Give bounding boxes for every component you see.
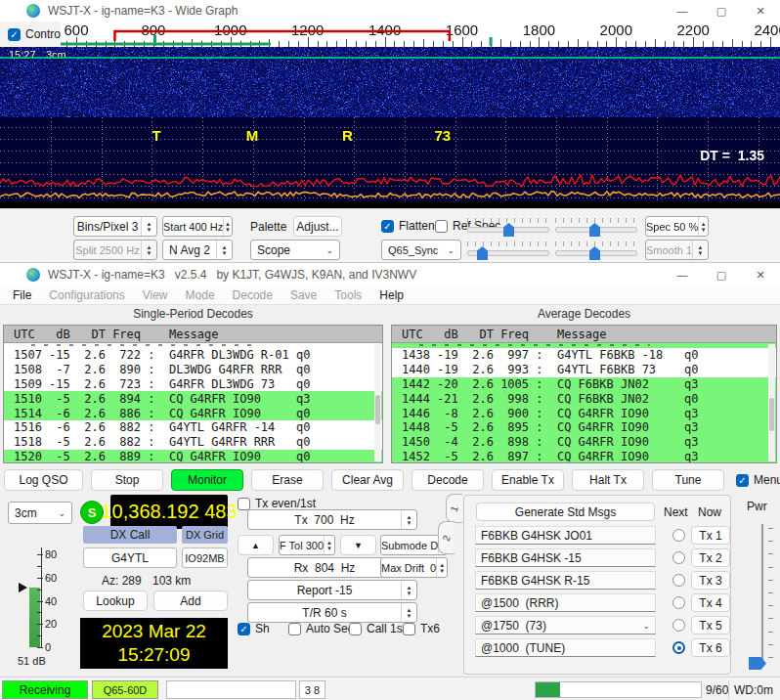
decode-row[interactable]: 1442 -20 2.6 1005 : CQ F6BKB JN02 q3 (392, 377, 776, 392)
next-radio-4[interactable] (672, 596, 685, 609)
sh-checkbox-box[interactable] (238, 623, 250, 635)
decode-row[interactable]: 1450 -4 2.6 898 : CQ G4RFR IO90 q3 (392, 435, 776, 450)
adjust-button[interactable]: Adjust... (293, 216, 342, 237)
spectrum-zero-slider[interactable] (555, 240, 637, 261)
next-radio-5[interactable] (672, 619, 685, 632)
tab-messages-2[interactable]: 2 (438, 521, 455, 554)
s-meter-indicator[interactable]: S (80, 501, 104, 524)
auto-seq-checkbox[interactable]: Auto Seq (288, 622, 354, 635)
n-avg-spinbox[interactable]: N Avg 2 ▲▼ (162, 240, 233, 260)
spectrum-gain-slider[interactable] (467, 240, 549, 261)
sh-checkbox[interactable]: Sh (238, 622, 270, 635)
tab-messages-1[interactable]: 1 (446, 494, 462, 523)
decode-row[interactable]: 1444 -21 2.6 998 : CQ F6BKB JN02 q0 (392, 391, 776, 406)
menu-configurations[interactable]: Configurations (40, 288, 133, 302)
decode-row[interactable]: 1516 -6 2.6 882 : G4YTL G4RFR -14 q0 (4, 420, 382, 435)
flatten-checkbox[interactable]: Flatten (381, 219, 435, 233)
average-decodes-table[interactable]: UTC dB DT Freq Message 1438 -19 2.6 997 … (391, 325, 777, 463)
report-spinbox[interactable]: Report -15 ▲▼ (247, 580, 417, 600)
tx-4-button[interactable]: Tx 4 (691, 593, 730, 612)
decode-row[interactable]: 1514 -6 2.6 886 : CQ G4RFR IO90 q0 (4, 406, 382, 420)
menu-help[interactable]: Help (370, 288, 412, 302)
max-drift-spinbox[interactable]: Max Drift 0 ▲▼ (380, 557, 448, 578)
decode-row[interactable]: 1452 -5 2.6 897 : CQ G4RFR IO90 q3 (392, 450, 776, 463)
halt-tx-button[interactable]: Halt Tx (572, 469, 644, 491)
tx-message-field-2[interactable]: F6BKB G4HSK -15 (475, 548, 656, 567)
tx-message-field-4[interactable]: @1500 (RRR) (475, 593, 656, 612)
main-window-titlebar[interactable]: WSJT-X - ig-name=K3 v2.5.4 by K1JT, G4WJ… (0, 262, 780, 287)
decode-row[interactable]: 1507 -15 2.6 722 : G4RFR DL3WDG R-01 q0 (4, 348, 382, 363)
scrollbar[interactable] (768, 344, 775, 461)
tx-5-button[interactable]: Tx 5 (691, 616, 730, 634)
menu-tools[interactable]: Tools (325, 288, 370, 302)
spinner-arrows-icon[interactable]: ▲▼ (436, 558, 447, 577)
decode-row[interactable]: 1448 -5 2.6 895 : CQ G4RFR IO90 q3 (392, 420, 776, 435)
tx-message-field-6[interactable]: @1000 (TUNE) (475, 638, 656, 657)
next-radio-1[interactable] (672, 529, 685, 542)
bins-pixel-spinbox[interactable]: Bins/Pixel 3 ▲▼ (73, 216, 157, 237)
pwr-slider-handle[interactable] (749, 657, 766, 670)
tx-1-button[interactable]: Tx 1 (691, 526, 730, 545)
menu-decode[interactable]: Decode (224, 288, 282, 302)
tx-even-checkbox[interactable]: Tx even/1st (238, 497, 316, 510)
enable-tx-button[interactable]: Enable Tx (492, 469, 564, 491)
scope-dropdown[interactable]: Scope ⌄ (250, 240, 340, 260)
spectrum-canvas[interactable] (0, 117, 780, 208)
maximize-icon[interactable]: ▢ (702, 0, 741, 22)
tx6-checkbox-box[interactable] (403, 623, 415, 635)
decode-row[interactable]: 1520 -5 2.6 889 : CQ G4RFR IO90 q0 (4, 450, 382, 463)
tx6-checkbox[interactable]: Tx6 (403, 622, 440, 635)
next-radio-3[interactable] (672, 574, 685, 587)
freq-up-button[interactable]: ▲ (238, 535, 274, 555)
next-radio-2[interactable] (672, 551, 685, 564)
decode-row[interactable]: 1518 -5 2.6 882 : G4YTL G4RFR RRR q0 (4, 435, 382, 450)
tx-message-field-5[interactable]: @1750 (73)⌄ (475, 616, 656, 634)
waterfall-gain-slider[interactable] (467, 216, 549, 238)
tx-freq-spinbox[interactable]: Tx 700 Hz ▲▼ (247, 509, 417, 530)
menu-save[interactable]: Save (282, 288, 325, 302)
start-hz-spinbox[interactable]: Start 400 Hz ▲▼ (162, 216, 233, 237)
spinner-arrows-icon[interactable]: ▲▼ (698, 217, 708, 236)
decode-row[interactable]: 1440 -19 2.6 993 : G4YTL F6BKB 73 q0 (392, 363, 776, 377)
close-icon[interactable]: ✕ (741, 263, 780, 286)
sync-mode-dropdown[interactable]: Q65_Sync ⌄ (381, 240, 461, 260)
menu-file[interactable]: File (4, 288, 40, 302)
tx-2-button[interactable]: Tx 2 (691, 548, 730, 567)
spinner-arrows-icon[interactable]: ▲▼ (401, 603, 416, 622)
tune-button[interactable]: Tune (652, 469, 724, 491)
wide-graph-titlebar[interactable]: WSJT-X - ig-name=K3 - Wide Graph — ▢ ✕ (0, 0, 780, 22)
tr-period-spinbox[interactable]: T/R 60 s ▲▼ (247, 602, 417, 623)
tx-3-button[interactable]: Tx 3 (691, 571, 730, 590)
decode-row[interactable]: 1446 -8 2.6 900 : CQ G4RFR IO90 q3 (392, 406, 776, 420)
lookup-button[interactable]: Lookup (83, 591, 148, 611)
spinner-arrows-icon[interactable]: ▲▼ (141, 217, 156, 236)
log-qso-button[interactable]: Log QSO (4, 469, 83, 491)
spec-percent-spinbox[interactable]: Spec 50 % ▲▼ (645, 216, 709, 237)
menus-checkbox[interactable]: Menus (736, 473, 780, 487)
tx-message-field-3[interactable]: F6BKB G4HSK R-15 (475, 571, 656, 590)
minimize-icon[interactable]: — (663, 263, 702, 286)
erase-button[interactable]: Erase (251, 469, 324, 491)
dx-grid-field[interactable]: IO92MB (182, 547, 228, 568)
spinner-arrows-icon[interactable]: ▲▼ (324, 536, 334, 554)
flatten-checkbox-box[interactable] (381, 220, 394, 233)
decode-row[interactable]: 1438 -19 2.6 997 : G4YTL F6BKB -18 q0 (392, 348, 776, 363)
monitor-button[interactable]: Monitor (171, 469, 243, 491)
spinner-arrows-icon[interactable]: ▲▼ (401, 510, 416, 529)
tx-even-checkbox-box[interactable] (238, 498, 250, 510)
spinner-arrows-icon[interactable]: ▲▼ (223, 217, 232, 236)
decode-row[interactable]: 1508 -7 2.6 890 : DL3WDG G4RFR RRR q0 (4, 363, 382, 377)
decode-row[interactable]: 1509 -15 2.6 723 : G4RFR DL3WDG 73 q0 (4, 377, 382, 392)
auto-seq-checkbox-box[interactable] (288, 623, 301, 635)
frequency-scale[interactable] (61, 22, 780, 47)
menu-mode[interactable]: Mode (177, 288, 224, 302)
band-dropdown[interactable]: 3cm ⌄ (8, 502, 72, 524)
decode-button[interactable]: Decode (412, 469, 484, 491)
minimize-icon[interactable]: — (663, 0, 702, 22)
single-period-decodes-table[interactable]: UTC dB DT Freq Message 1507 -15 2.6 722 … (3, 325, 383, 463)
stop-button[interactable]: Stop (91, 469, 163, 491)
waterfall-zero-slider[interactable] (555, 216, 637, 238)
scrollbar[interactable] (374, 344, 381, 461)
spinner-arrows-icon[interactable]: ▲▼ (401, 581, 416, 599)
clear-avg-button[interactable]: Clear Avg (331, 469, 404, 491)
